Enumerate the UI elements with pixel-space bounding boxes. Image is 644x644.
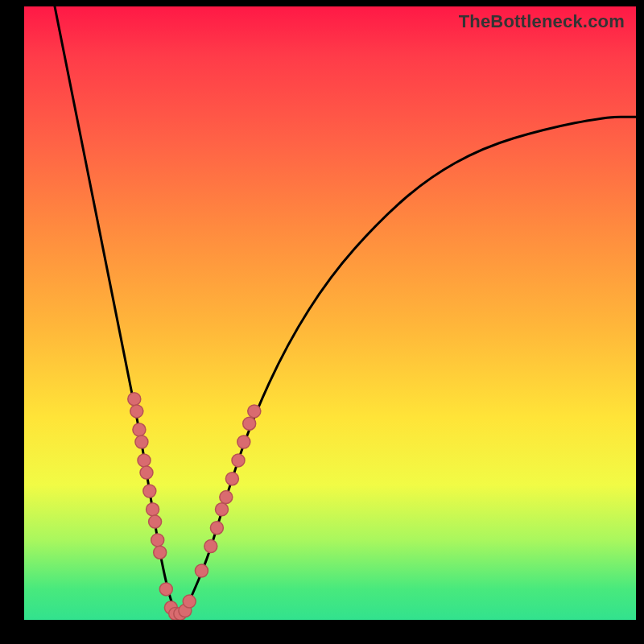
data-point — [237, 436, 250, 448]
data-point — [243, 417, 256, 430]
data-point — [133, 423, 146, 436]
plot-area: TheBottleneck.com — [24, 6, 636, 620]
data-point — [159, 583, 172, 596]
data-point — [147, 503, 159, 516]
data-point — [232, 454, 245, 467]
data-point — [183, 595, 196, 608]
data-point — [143, 485, 156, 497]
data-point — [140, 466, 153, 479]
curve-path — [55, 6, 636, 613]
chart-svg — [24, 6, 636, 620]
data-point — [216, 503, 229, 516]
chart-frame: TheBottleneck.com — [0, 0, 644, 644]
data-point — [154, 546, 167, 559]
data-point — [138, 454, 151, 467]
data-point — [149, 515, 162, 528]
data-point — [130, 405, 143, 418]
data-point — [128, 393, 141, 406]
data-point — [204, 540, 217, 553]
data-point — [220, 491, 233, 504]
data-point — [225, 473, 238, 485]
data-point — [135, 436, 148, 448]
data-point — [248, 405, 261, 418]
data-point — [151, 534, 164, 547]
dots-group — [128, 393, 261, 620]
data-point — [210, 522, 223, 535]
data-point — [195, 564, 208, 577]
